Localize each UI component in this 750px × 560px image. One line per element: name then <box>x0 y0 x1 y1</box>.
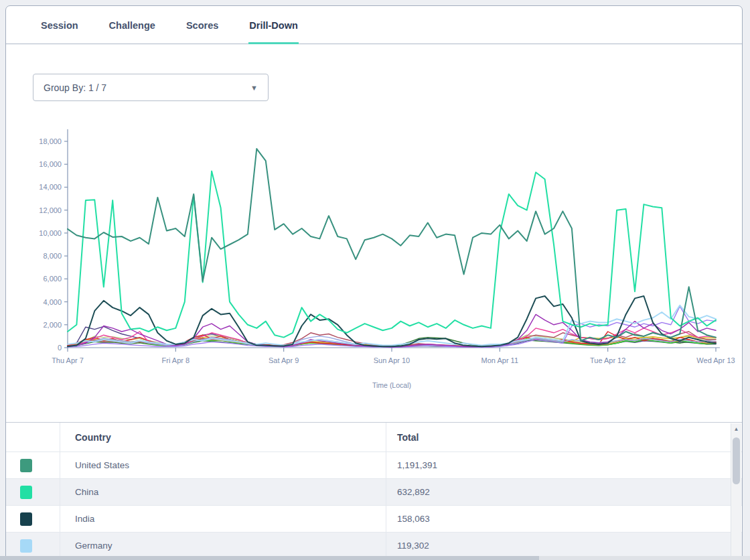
y-tick-label: 10,000 <box>39 229 62 237</box>
tab-scores[interactable]: Scores <box>185 8 219 44</box>
y-tick-label: 16,000 <box>39 160 62 168</box>
y-tick-label: 2,000 <box>43 321 62 329</box>
series-line-china <box>68 171 716 338</box>
x-tick-label: Tue Apr 12 <box>590 356 625 364</box>
caret-down-icon: ▼ <box>250 84 258 92</box>
y-tick-label: 18,000 <box>39 137 62 145</box>
swatch-cell <box>6 479 60 505</box>
table-row[interactable]: China632,892 <box>6 479 742 506</box>
table-row[interactable]: India158,063 <box>6 506 742 533</box>
y-tick-label: 6,000 <box>43 275 62 283</box>
table-header-row: Country Total <box>6 423 742 452</box>
series-color-swatch <box>20 459 32 472</box>
swatch-cell <box>6 452 60 478</box>
country-cell: India <box>60 506 386 532</box>
series-line-united-states <box>68 149 716 341</box>
x-axis-title: Time (Local) <box>372 381 411 389</box>
series-color-swatch <box>20 512 32 526</box>
scroll-up-icon[interactable]: ▲ <box>731 423 741 435</box>
tab-bar: Session Challenge Scores Drill-Down <box>6 6 742 44</box>
table-row[interactable]: United States1,191,391 <box>6 452 742 479</box>
tab-session[interactable]: Session <box>40 8 79 44</box>
y-tick-label: 4,000 <box>43 298 62 306</box>
country-cell: Germany <box>60 533 386 559</box>
y-tick-label: 0 <box>58 344 62 352</box>
country-table-body: United States1,191,391China632,892India1… <box>6 452 742 559</box>
total-cell: 158,063 <box>386 506 731 532</box>
total-cell: 632,892 <box>386 479 731 505</box>
series-color-swatch <box>20 486 32 499</box>
country-cell: United States <box>60 452 386 478</box>
dashboard-card: Session Challenge Scores Drill-Down Grou… <box>5 5 743 560</box>
table-row[interactable]: Germany119,302 <box>6 533 742 559</box>
horizontal-scrollbar[interactable] <box>0 556 750 560</box>
group-by-dropdown[interactable]: Group By: 1 / 7 ▼ <box>33 74 269 101</box>
swatch-cell <box>6 506 60 532</box>
tab-drill-down[interactable]: Drill-Down <box>248 8 299 44</box>
y-tick-label: 12,000 <box>39 206 62 214</box>
series-color-swatch <box>20 539 32 553</box>
total-column-header: Total <box>386 423 731 451</box>
total-cell: 119,302 <box>386 533 731 559</box>
country-column-header: Country <box>60 423 386 451</box>
total-cell: 1,191,391 <box>386 452 731 478</box>
scrollbar-thumb[interactable] <box>733 437 740 484</box>
table-vertical-scrollbar[interactable]: ▲ <box>731 423 741 560</box>
swatch-cell <box>6 533 60 559</box>
drill-down-panel: Group By: 1 / 7 ▼ 02,0004,0006,0008,0001… <box>6 44 742 560</box>
x-tick-label: Fri Apr 8 <box>162 356 190 364</box>
y-tick-label: 14,000 <box>39 183 62 191</box>
series-line-india <box>68 296 716 346</box>
group-by-value: Group By: 1 / 7 <box>44 82 106 93</box>
country-table: Country Total United States1,191,391Chin… <box>6 422 742 560</box>
x-tick-label: Mon Apr 11 <box>481 356 518 364</box>
country-cell: China <box>60 479 386 505</box>
horizontal-scrollbar-thumb[interactable] <box>0 556 539 560</box>
x-tick-label: Wed Apr 13 <box>696 356 735 364</box>
tab-challenge[interactable]: Challenge <box>108 8 156 44</box>
x-tick-label: Sat Apr 9 <box>269 356 299 364</box>
x-tick-label: Sun Apr 10 <box>374 356 410 364</box>
x-tick-label: Thu Apr 7 <box>52 356 84 364</box>
y-tick-label: 8,000 <box>43 252 62 260</box>
swatch-column-header <box>6 423 60 451</box>
line-chart[interactable]: 02,0004,0006,0008,00010,00012,00014,0001… <box>6 127 742 395</box>
